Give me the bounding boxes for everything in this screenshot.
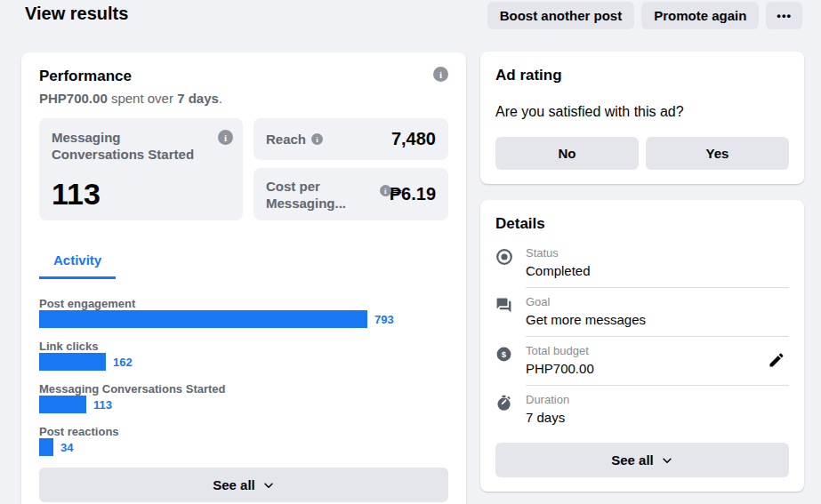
chevron-down-icon — [262, 479, 275, 492]
boost-another-post-button[interactable]: Boost another post — [487, 2, 635, 29]
rating-no-button[interactable]: No — [495, 137, 639, 170]
metric-grid: Messaging Conversations Started i 113 Re… — [39, 118, 448, 220]
bar-value: 793 — [374, 313, 394, 326]
metric-value: ₱6.19 — [390, 184, 436, 204]
bar — [39, 310, 367, 328]
metric-value: 7,480 — [391, 129, 436, 149]
ellipsis-icon: ••• — [777, 9, 792, 22]
see-all-label: See all — [611, 452, 654, 468]
metric-label: Reach — [266, 131, 306, 148]
bar-label: Post engagement — [39, 297, 448, 310]
bar-label: Messaging Conversations Started — [39, 382, 448, 396]
see-all-label: See all — [213, 477, 255, 492]
detail-label: Status — [526, 246, 789, 260]
chart-row: Post reactions 34 — [39, 425, 448, 456]
details-row: $ Total budget PHP700.00 — [495, 337, 789, 386]
details-card: Details Status Completed Goal Get more m… — [480, 200, 804, 492]
bar-value: 162 — [113, 356, 133, 369]
dollar-circle-icon: $ — [495, 346, 513, 363]
bar-value: 113 — [93, 398, 112, 412]
detail-value: Get more messages — [526, 311, 789, 329]
activity-chart: Post engagement 793 Link clicks 162 Mess… — [39, 297, 448, 456]
metric-label: Cost per Messaging... — [266, 178, 346, 212]
details-rows: Status Completed Goal Get more messages … — [495, 239, 789, 434]
metric-cost-per-messaging: Cost per Messaging... i ₱6.19 — [254, 168, 448, 220]
details-see-all-button[interactable]: See all — [495, 443, 789, 477]
metric-label: Messaging Conversations Started — [52, 129, 213, 163]
metric-label-line2: Messaging... — [266, 195, 346, 212]
bar-value: 34 — [60, 441, 73, 454]
performance-card: Performance i PHP700.00 spent over 7 day… — [21, 52, 466, 504]
status-radio-icon — [495, 248, 513, 266]
info-icon[interactable]: i — [380, 185, 391, 196]
bar — [39, 396, 86, 413]
chevron-down-icon — [661, 454, 673, 467]
performance-see-all-button[interactable]: See all — [39, 468, 448, 502]
bar — [39, 353, 106, 371]
more-options-button[interactable]: ••• — [766, 2, 802, 29]
detail-value: 7 days — [526, 409, 789, 427]
detail-value: Completed — [526, 262, 789, 280]
info-icon[interactable]: i — [218, 130, 233, 145]
info-icon[interactable]: i — [311, 133, 323, 145]
metric-label-line1: Cost per — [266, 178, 346, 195]
promote-again-button[interactable]: Promote again — [641, 2, 759, 29]
details-row: Status Completed — [495, 239, 789, 288]
stopwatch-icon — [495, 395, 513, 412]
detail-value: PHP700.00 — [526, 360, 764, 378]
details-title: Details — [495, 214, 789, 234]
page-title: View results — [25, 4, 128, 24]
details-row: Goal Get more messages — [495, 288, 789, 337]
svg-text:$: $ — [502, 349, 507, 359]
chart-row: Messaging Conversations Started 113 — [39, 382, 448, 413]
metric-value: 113 — [52, 178, 230, 210]
duration-text: 7 days — [177, 91, 219, 106]
topbar-actions: Boost another post Promote again ••• — [487, 2, 802, 29]
detail-label: Goal — [526, 295, 789, 309]
performance-title: Performance — [39, 67, 132, 86]
right-column: Ad rating Are you satisfied with this ad… — [480, 52, 804, 504]
chat-bubbles-icon — [495, 297, 513, 314]
chart-row: Link clicks 162 — [39, 340, 448, 371]
info-icon[interactable]: i — [433, 67, 448, 82]
ad-rating-card: Ad rating Are you satisfied with this ad… — [480, 52, 804, 184]
bar-label: Post reactions — [39, 425, 448, 438]
tab-activity[interactable]: Activity — [39, 252, 116, 279]
bar-label: Link clicks — [39, 340, 448, 353]
subtitle-text: spent over — [108, 91, 177, 106]
edit-budget-button[interactable] — [764, 348, 789, 375]
ad-rating-title: Ad rating — [495, 66, 789, 85]
detail-label: Total budget — [526, 344, 764, 358]
metric-messaging-conversations: Messaging Conversations Started i 113 — [39, 118, 243, 220]
details-row: Duration 7 days — [495, 386, 789, 434]
metric-reach: Reach i 7,480 — [254, 118, 448, 160]
performance-subtitle: PHP700.00 spent over 7 days. — [39, 90, 448, 108]
pencil-icon — [768, 351, 785, 372]
spent-amount: PHP700.00 — [39, 91, 108, 106]
rating-yes-button[interactable]: Yes — [646, 137, 789, 170]
chart-row: Post engagement 793 — [39, 297, 448, 328]
bar — [39, 438, 53, 456]
subtitle-period: . — [219, 91, 222, 106]
ad-rating-question: Are you satisfied with this ad? — [495, 103, 789, 121]
detail-label: Duration — [526, 393, 789, 407]
ads-results-page: View results Boost another post Promote … — [0, 0, 821, 504]
